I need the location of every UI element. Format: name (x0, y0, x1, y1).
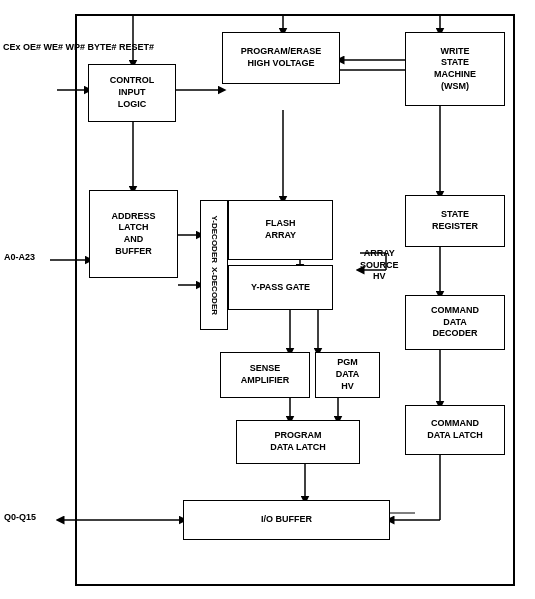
diagram: CEx OE# WE# WP# BYTE# RESET# CONTROLINPU… (0, 0, 535, 599)
sense-amplifier-block: SENSEAMPLIFIER (220, 352, 310, 398)
program-erase-hv-block: PROGRAM/ERASEHIGH VOLTAGE (222, 32, 340, 84)
address-latch-buffer-block: ADDRESSLATCHANDBUFFER (89, 190, 178, 278)
control-input-logic-block: CONTROLINPUTLOGIC (88, 64, 176, 122)
input-signals-label: CEx OE# WE# WP# BYTE# RESET# (3, 42, 154, 54)
flash-array-block: FLASHARRAY (228, 200, 333, 260)
command-data-latch-block: COMMANDDATA LATCH (405, 405, 505, 455)
state-register-block: STATEREGISTER (405, 195, 505, 247)
program-data-latch-block: PROGRAMDATA LATCH (236, 420, 360, 464)
write-state-machine-block: WRITESTATEMACHINE(WSM) (405, 32, 505, 106)
address-label: A0-A23 (4, 252, 35, 264)
y-pass-gate-block: Y-PASS GATE (228, 265, 333, 310)
io-buffer-block: I/O BUFFER (183, 500, 390, 540)
data-label: Q0-Q15 (4, 512, 36, 524)
array-source-hv-label: ARRAYSOURCEHV (360, 248, 399, 283)
x-y-decoder-block: X-DECODER Y-DECODER (200, 200, 228, 330)
pgm-data-hv-block: PGMDATAHV (315, 352, 380, 398)
command-data-decoder-block: COMMANDDATADECODER (405, 295, 505, 350)
